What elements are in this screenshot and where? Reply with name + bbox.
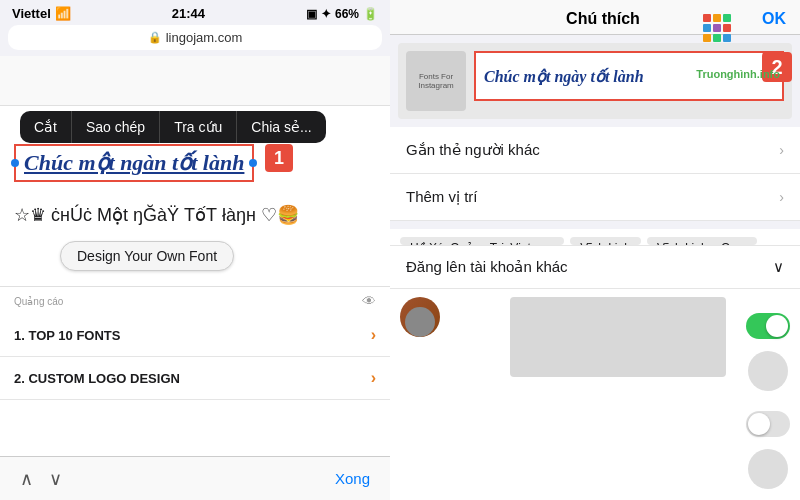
- tag-item[interactable]: Vĩnh Linh: [570, 237, 641, 245]
- menu-item-2-label: 2. CUSTOM LOGO DESIGN: [14, 371, 180, 386]
- chevron-right-icon: ›: [779, 189, 784, 205]
- preview-area: Fonts For Instagram Chúc một ngày tốt là…: [398, 43, 792, 119]
- avatar: [748, 351, 788, 391]
- share-other-label: Đăng lên tài khoản khác: [406, 258, 568, 276]
- list-item[interactable]: 2. CUSTOM LOGO DESIGN ›: [0, 357, 390, 400]
- share-other-section: Đăng lên tài khoản khác ∨: [390, 246, 800, 289]
- right-menu-item-1: Gắn thẻ người khác: [406, 141, 540, 159]
- dyof-button[interactable]: Design Your Own Font: [60, 241, 234, 271]
- menu-item-1-label: 1. TOP 10 FONTS: [14, 328, 120, 343]
- browser-content: Cắt Sao chép Tra cứu Chia sẻ... Chúc một…: [0, 56, 390, 500]
- url-bar[interactable]: 🔒 lingojam.com: [8, 25, 382, 50]
- avatar-image: [400, 297, 440, 337]
- avatar: [400, 297, 440, 337]
- watermark: Truonghình.info: [696, 68, 780, 80]
- badge-1: 1: [265, 144, 293, 172]
- avatar: [748, 449, 788, 489]
- carrier-label: Viettel: [12, 6, 51, 21]
- selection-handle-left: [11, 159, 19, 167]
- context-lookup[interactable]: Tra cứu: [160, 111, 237, 143]
- time-label: 21:44: [172, 6, 205, 21]
- right-menu: Gắn thẻ người khác › Thêm vị trí ›: [390, 127, 800, 221]
- top-white-area: [0, 56, 390, 106]
- list-item[interactable]: 1. TOP 10 FONTS ›: [0, 314, 390, 357]
- toggle-off[interactable]: [746, 411, 790, 437]
- eye-icon: 👁: [362, 293, 376, 309]
- preview-text: Chúc một ngày tốt lành: [484, 67, 644, 86]
- selected-text: Chúc một ngàn tốt lành: [24, 150, 244, 175]
- share-other-header[interactable]: Đăng lên tài khoản khác ∨: [390, 246, 800, 289]
- battery-icon: 🔋: [363, 7, 378, 21]
- image-preview: [510, 297, 726, 377]
- thumb-line1: Fonts For: [419, 72, 453, 81]
- fancy-text: ☆♛ ċнÚċ Мột ŋĞàŸ ТốТ łàŋн ♡🍔: [14, 204, 299, 226]
- bottom-bar: ∧ ∨ Xong: [0, 456, 390, 500]
- accounts-list: [390, 289, 800, 500]
- selection-handle-right: [249, 159, 257, 167]
- menu-list: 1. TOP 10 FONTS › 2. CUSTOM LOGO DESIGN …: [0, 314, 390, 400]
- toggle-knob: [766, 315, 788, 337]
- left-panel: Viettel 📶 21:44 ▣ ✦ 66% 🔋 🔒 lingojam.com…: [0, 0, 390, 500]
- list-item[interactable]: Thêm vị trí ›: [390, 174, 800, 221]
- thumb-line2: Instagram: [418, 81, 454, 90]
- status-left: Viettel 📶: [12, 6, 71, 21]
- battery-label: 66%: [335, 7, 359, 21]
- right-panel: Chú thích OK 2 Fonts For Instagram Chúc …: [390, 0, 800, 500]
- mosaic-logo: [703, 14, 731, 42]
- nav-up-button[interactable]: ∧: [20, 468, 33, 490]
- context-cut[interactable]: Cắt: [20, 111, 72, 143]
- toggle-on[interactable]: [746, 313, 790, 339]
- ad-label: Quảng cáo: [14, 296, 63, 307]
- ok-button[interactable]: OK: [762, 10, 786, 28]
- context-share[interactable]: Chia sẻ...: [237, 111, 325, 143]
- context-copy[interactable]: Sao chép: [72, 111, 160, 143]
- nav-down-button[interactable]: ∨: [49, 468, 62, 490]
- list-item[interactable]: Gắn thẻ người khác ›: [390, 127, 800, 174]
- toggle-column: [746, 297, 790, 500]
- fancy-font-line: ☆♛ ċнÚċ Мột ŋĞàŸ ТốТ łàŋн ♡🍔: [14, 204, 299, 226]
- url-text: lingojam.com: [166, 30, 243, 45]
- chevron-right-icon: ›: [779, 142, 784, 158]
- chevron-right-icon: ›: [371, 369, 376, 387]
- context-menu: Cắt Sao chép Tra cứu Chia sẻ...: [20, 111, 326, 143]
- nav-arrows: ∧ ∨: [20, 468, 62, 490]
- bluetooth-icon: ✦: [321, 7, 331, 21]
- account-item: [400, 297, 440, 337]
- done-button[interactable]: Xong: [335, 470, 370, 487]
- status-right: ▣ ✦ 66% 🔋: [306, 7, 378, 21]
- wifi-icon: 📶: [55, 6, 71, 21]
- selected-text-box: Chúc một ngàn tốt lành: [14, 144, 254, 182]
- right-header: Chú thích OK: [390, 0, 800, 35]
- tags-row: Hồ Xá, Quảng Trị, Vietnam Vĩnh Linh Vĩnh…: [390, 229, 800, 246]
- lock-icon: 🔒: [148, 31, 162, 44]
- ad-area: Quảng cáo 👁: [0, 286, 390, 316]
- preview-thumbnail: Fonts For Instagram: [406, 51, 466, 111]
- chevron-down-icon: ∨: [773, 258, 784, 276]
- right-menu-item-2: Thêm vị trí: [406, 188, 478, 206]
- status-bar: Viettel 📶 21:44 ▣ ✦ 66% 🔋: [0, 0, 390, 25]
- chevron-right-icon: ›: [371, 326, 376, 344]
- tag-item[interactable]: Hồ Xá, Quảng Trị, Vietnam: [400, 237, 564, 245]
- toggle-knob: [748, 413, 770, 435]
- account-preview-area: [450, 297, 736, 387]
- signal-icon: ▣: [306, 7, 317, 21]
- tag-item[interactable]: Vĩnh Linh – Qu...: [647, 237, 757, 245]
